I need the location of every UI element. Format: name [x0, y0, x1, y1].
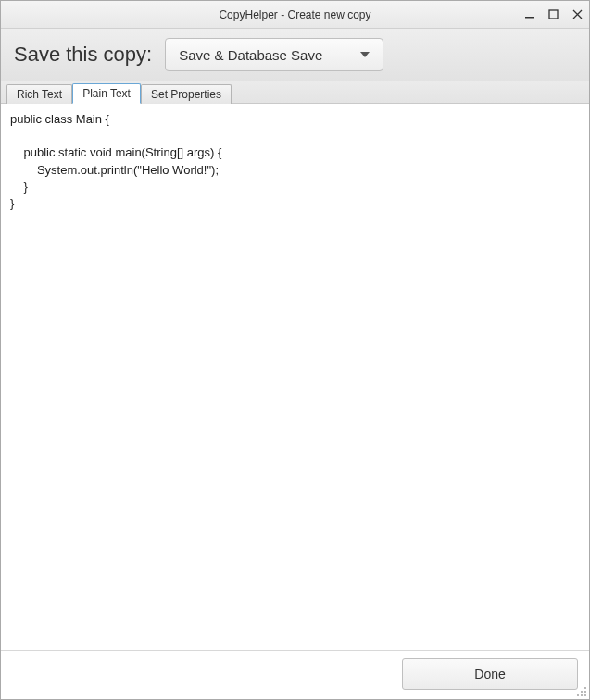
save-mode-dropdown[interactable]: Save & Database Save: [165, 38, 383, 71]
tabs: Rich Text Plain Text Set Properties: [1, 81, 589, 104]
save-mode-label: Save this copy:: [14, 43, 152, 67]
editor-plain-text[interactable]: public class Main { public static void m…: [1, 104, 589, 650]
svg-point-7: [584, 694, 586, 696]
tab-plain-text[interactable]: Plain Text: [72, 83, 141, 104]
svg-point-6: [581, 694, 583, 696]
maximize-icon[interactable]: [546, 8, 559, 21]
titlebar: CopyHelper - Create new copy: [1, 1, 589, 29]
window: CopyHelper - Create new copy Save this c…: [0, 0, 590, 700]
footer: Done: [1, 650, 589, 699]
save-mode-value: Save & Database Save: [179, 47, 322, 63]
svg-point-4: [584, 691, 586, 693]
toolbar: Save this copy: Save & Database Save: [1, 29, 589, 81]
tab-rich-text[interactable]: Rich Text: [6, 84, 72, 104]
svg-point-3: [581, 691, 583, 693]
svg-rect-0: [525, 17, 534, 19]
svg-rect-1: [549, 10, 558, 19]
svg-point-2: [584, 687, 586, 689]
resize-grip-icon[interactable]: [576, 686, 587, 697]
done-button[interactable]: Done: [402, 658, 578, 690]
minimize-icon[interactable]: [522, 8, 535, 21]
chevron-down-icon: [360, 52, 370, 57]
svg-point-5: [577, 694, 579, 696]
tab-set-properties[interactable]: Set Properties: [141, 84, 232, 104]
close-icon[interactable]: [571, 8, 584, 21]
window-title: CopyHelper - Create new copy: [219, 8, 370, 21]
window-controls: [522, 1, 584, 28]
